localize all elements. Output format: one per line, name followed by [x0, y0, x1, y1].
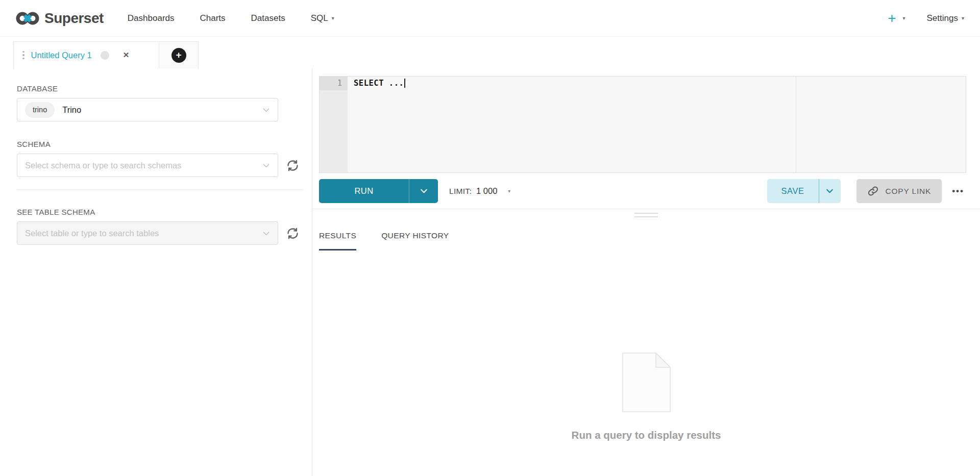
- superset-logo-icon: [16, 11, 39, 26]
- editor-print-margin: [796, 77, 796, 172]
- database-select[interactable]: trino Trino: [17, 98, 278, 121]
- refresh-tables-button[interactable]: [285, 226, 300, 241]
- chevron-down-icon: [825, 187, 834, 195]
- save-button[interactable]: SAVE: [767, 179, 819, 203]
- query-tabbar: Untitled Query 1 ✕ +: [0, 37, 980, 68]
- caret-down-icon: ▾: [962, 15, 964, 21]
- results-empty-state: Run a query to display results: [312, 353, 980, 441]
- more-actions-button[interactable]: •••: [950, 183, 966, 199]
- query-tab-title: Untitled Query 1: [31, 51, 92, 60]
- nav-item-dashboards[interactable]: Dashboards: [115, 13, 187, 23]
- results-tabbar: RESULTS QUERY HISTORY: [312, 231, 980, 250]
- main-nav: Dashboards Charts Datasets SQL ▾: [115, 13, 347, 23]
- schema-select[interactable]: Select schema or type to search schemas: [17, 154, 278, 177]
- navbar-right: + ▾ Settings ▾: [888, 11, 964, 26]
- database-backend-badge: trino: [25, 102, 55, 118]
- new-item-menu[interactable]: + ▾: [888, 11, 905, 26]
- refresh-icon: [286, 227, 300, 240]
- schema-label: SCHEMA: [17, 140, 312, 148]
- link-icon: [867, 185, 879, 197]
- document-icon: [622, 353, 671, 412]
- copy-link-button[interactable]: COPY LINK: [856, 179, 942, 203]
- copy-link-label: COPY LINK: [886, 187, 932, 196]
- text-cursor-caret: [404, 79, 405, 88]
- schema-placeholder: Select schema or type to search schemas: [25, 161, 181, 170]
- table-placeholder: Select table or type to search tables: [25, 229, 159, 238]
- empty-state-message: Run a query to display results: [572, 429, 721, 441]
- table-select[interactable]: Select table or type to search tables: [17, 221, 278, 245]
- caret-down-icon: ▾: [508, 188, 510, 194]
- refresh-icon: [286, 159, 300, 172]
- run-options-button[interactable]: [409, 179, 438, 203]
- new-tab-area: +: [159, 41, 199, 68]
- limit-value: 1 000: [476, 186, 497, 196]
- sql-keyword: SELECT: [354, 79, 384, 88]
- line-number: 1: [320, 77, 348, 90]
- editor-gutter: 1: [320, 77, 348, 172]
- sqllab-left-panel: DATABASE trino Trino SCHEMA Select schem…: [0, 68, 312, 476]
- save-split-button: SAVE: [767, 179, 841, 203]
- query-status-dot: [101, 51, 109, 60]
- chevron-down-icon: [262, 230, 270, 237]
- close-tab-icon[interactable]: ✕: [123, 51, 130, 60]
- run-split-button: RUN: [319, 179, 438, 203]
- top-navbar: Superset Dashboards Charts Datasets SQL …: [0, 0, 980, 37]
- chevron-down-icon: [420, 187, 428, 195]
- run-button[interactable]: RUN: [319, 179, 409, 203]
- sqllab-main-panel: 1 SELECT ... RUN LIMIT: 1 000 ▾ SAVE: [312, 68, 980, 476]
- settings-label: Settings: [927, 13, 958, 23]
- database-label: DATABASE: [17, 84, 312, 93]
- nav-item-charts[interactable]: Charts: [187, 13, 238, 23]
- nav-item-datasets[interactable]: Datasets: [238, 13, 298, 23]
- drag-handle[interactable]: [634, 213, 658, 220]
- panel-divider: [17, 189, 303, 190]
- chevron-down-icon: [262, 106, 270, 114]
- table-schema-label: SEE TABLE SCHEMA: [17, 208, 312, 216]
- caret-down-icon: ▾: [332, 15, 334, 21]
- brand-title: Superset: [44, 10, 104, 27]
- limit-dropdown[interactable]: LIMIT: 1 000 ▾: [449, 186, 510, 196]
- editor-code-area[interactable]: SELECT ...: [348, 77, 966, 172]
- add-tab-button[interactable]: +: [172, 48, 186, 63]
- panel-split-divider: [312, 209, 980, 209]
- plus-icon: +: [888, 11, 896, 26]
- code-line-1: SELECT ...: [348, 77, 966, 90]
- limit-label: LIMIT:: [449, 187, 472, 196]
- superset-brand[interactable]: Superset: [16, 10, 104, 27]
- save-options-button[interactable]: [819, 179, 841, 203]
- settings-menu[interactable]: Settings ▾: [927, 13, 964, 23]
- tab-results[interactable]: RESULTS: [319, 231, 356, 250]
- sql-rest: ...: [384, 79, 404, 88]
- tab-menu-icon[interactable]: [22, 51, 24, 60]
- tab-query-history[interactable]: QUERY HISTORY: [381, 231, 449, 250]
- caret-down-icon: ▾: [903, 15, 905, 21]
- content-area: DATABASE trino Trino SCHEMA Select schem…: [0, 68, 980, 476]
- nav-item-sql-label: SQL: [311, 13, 328, 23]
- database-value: Trino: [62, 105, 81, 115]
- editor-toolbar: RUN LIMIT: 1 000 ▾ SAVE: [319, 179, 966, 203]
- chevron-down-icon: [262, 162, 270, 169]
- query-tab-active[interactable]: Untitled Query 1 ✕: [13, 41, 159, 68]
- nav-item-sql[interactable]: SQL ▾: [298, 13, 347, 23]
- sql-editor[interactable]: 1 SELECT ...: [319, 76, 966, 173]
- refresh-schemas-button[interactable]: [285, 158, 300, 173]
